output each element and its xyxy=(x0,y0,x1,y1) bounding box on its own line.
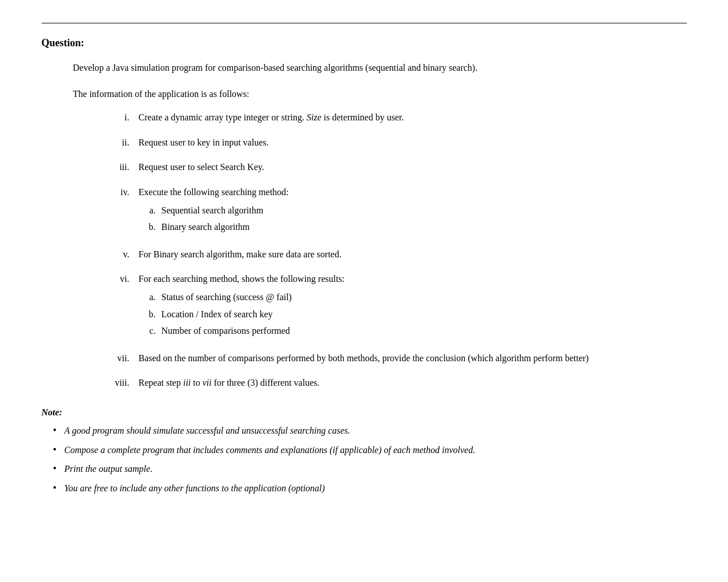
bullet-icon: • xyxy=(53,462,65,476)
list-text: Request user to select Search Key. xyxy=(139,160,687,175)
list-item: iv. Execute the following searching meth… xyxy=(107,185,687,237)
main-list: i. Create a dynamic array type integer o… xyxy=(107,110,687,390)
page-container: Question: Develop a Java simulation prog… xyxy=(42,11,687,511)
list-marker: iv. xyxy=(107,185,139,237)
list-text: For Binary search algorithm, make sure d… xyxy=(139,247,687,262)
list-marker: ii. xyxy=(107,135,139,150)
list-text: Execute the following searching method: … xyxy=(139,185,687,237)
sub-list-text: Sequential search algorithm xyxy=(162,203,264,218)
sub-list-text: Binary search algorithm xyxy=(162,220,250,235)
note-list-item: • A good program should simulate success… xyxy=(53,423,687,438)
list-marker: vi. xyxy=(107,272,139,340)
note-list-item: • You are free to include any other func… xyxy=(53,481,687,496)
list-item: vii. Based on the number of comparisons … xyxy=(107,351,687,366)
note-text: Compose a complete program that includes… xyxy=(65,443,476,458)
note-section: Note: • A good program should simulate s… xyxy=(42,407,687,495)
sub-list-item: a. Status of searching (success @ fail) xyxy=(144,290,687,305)
list-text: Based on the number of comparisons perfo… xyxy=(139,351,687,366)
list-marker: v. xyxy=(107,247,139,262)
sub-list: a. Status of searching (success @ fail) … xyxy=(144,290,687,338)
list-item: v. For Binary search algorithm, make sur… xyxy=(107,247,687,262)
list-text: Create a dynamic array type integer or s… xyxy=(139,110,687,125)
alpha-marker: a. xyxy=(144,290,162,305)
list-item: iii. Request user to select Search Key. xyxy=(107,160,687,175)
question-label: Question: xyxy=(42,37,687,49)
alpha-marker: c. xyxy=(144,324,162,338)
note-list-item: • Print the output sample. xyxy=(53,462,687,476)
sub-list: a. Sequential search algorithm b. Binary… xyxy=(144,203,687,235)
note-text: A good program should simulate successfu… xyxy=(65,423,351,438)
note-list: • A good program should simulate success… xyxy=(53,423,687,495)
sub-list-item: a. Sequential search algorithm xyxy=(144,203,687,218)
info-intro: The information of the application is as… xyxy=(73,87,687,102)
bullet-icon: • xyxy=(53,423,65,438)
list-marker: vii. xyxy=(107,351,139,366)
list-marker: viii. xyxy=(107,375,139,390)
list-marker: iii. xyxy=(107,160,139,175)
alpha-marker: b. xyxy=(144,220,162,235)
sub-list-text: Number of comparisons performed xyxy=(162,324,290,338)
list-marker: i. xyxy=(107,110,139,125)
bullet-icon: • xyxy=(53,481,65,495)
top-divider xyxy=(42,23,687,23)
indented-block: Develop a Java simulation program for co… xyxy=(73,60,687,390)
sub-list-item: c. Number of comparisons performed xyxy=(144,324,687,338)
list-text: Request user to key in input values. xyxy=(139,135,687,150)
list-text: Repeat step iii to vii for three (3) dif… xyxy=(139,375,687,390)
alpha-marker: b. xyxy=(144,307,162,322)
list-item: ii. Request user to key in input values. xyxy=(107,135,687,150)
intro-paragraph: Develop a Java simulation program for co… xyxy=(73,60,687,75)
list-text: For each searching method, shows the fol… xyxy=(139,272,687,340)
sub-list-item: b. Location / Index of search key xyxy=(144,307,687,322)
list-item: viii. Repeat step iii to vii for three (… xyxy=(107,375,687,390)
note-text: You are free to include any other functi… xyxy=(65,481,325,496)
alpha-marker: a. xyxy=(144,203,162,218)
sub-list-text: Location / Index of search key xyxy=(162,307,273,322)
note-text: Print the output sample. xyxy=(65,462,153,476)
note-label: Note: xyxy=(42,407,687,418)
bullet-icon: • xyxy=(53,443,65,457)
list-item: vi. For each searching method, shows the… xyxy=(107,272,687,340)
sub-list-item: b. Binary search algorithm xyxy=(144,220,687,235)
note-list-item: • Compose a complete program that includ… xyxy=(53,443,687,458)
sub-list-text: Status of searching (success @ fail) xyxy=(162,290,292,305)
list-item: i. Create a dynamic array type integer o… xyxy=(107,110,687,125)
